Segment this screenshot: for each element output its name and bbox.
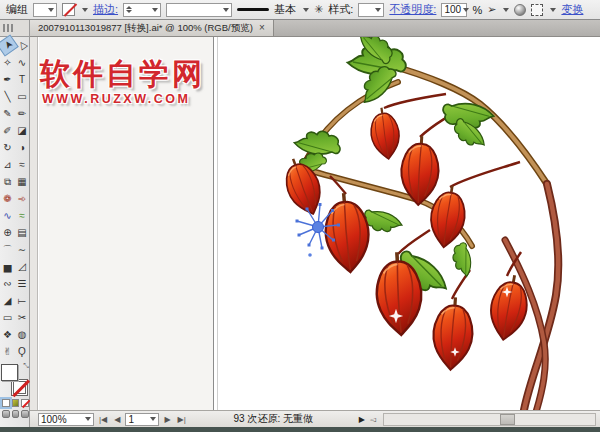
chevron-down-icon [150, 417, 156, 421]
horizontal-scrollbar-thumb[interactable] [500, 414, 515, 425]
free-transform-tool[interactable]: ⧉ [0, 173, 15, 190]
toolbox-header [0, 20, 30, 37]
opacity-panel-link[interactable]: 不透明度: [389, 2, 436, 17]
toolbox-tools: ➤▷✧∿✒T╲▭✎✏✐◪↻◑⊿≈⧉▦❁➾∿≈⊕▤⌒∼▅◿∾☰◢⟝▭✂❖◍✌Ϙ [0, 37, 29, 360]
stroke-swatch[interactable] [11, 379, 28, 396]
artboard-tool[interactable]: ⊕ [0, 224, 15, 241]
control-bar: 编组 描边: 基本 ✳ 样式: 不透明度: 100 % ➢ 变换 [0, 0, 600, 20]
lasso-tool[interactable]: ∿ [15, 54, 29, 71]
align-panel-icon[interactable] [531, 4, 543, 16]
symbol-shifter-tool[interactable]: ➾ [15, 190, 29, 207]
gradient-tool[interactable]: ▤ [15, 224, 29, 241]
reflect-tool[interactable]: ◑ [15, 139, 29, 156]
eyedropper-tool[interactable]: ◢ [0, 292, 15, 309]
scissors-tool[interactable]: ✂ [15, 309, 29, 326]
screen-mode-normal-button[interactable] [2, 410, 10, 418]
scale-tool[interactable]: ⊿ [0, 156, 15, 173]
screen-mode-menu-button[interactable] [12, 410, 20, 418]
type-tool[interactable]: T [15, 71, 29, 88]
rectangle-tool[interactable]: ▭ [15, 88, 29, 105]
transform-panel-link[interactable]: 变换 [561, 2, 583, 17]
fill-swatch[interactable] [1, 364, 18, 381]
graph-line-tool[interactable]: ∿ [0, 207, 15, 224]
line-segment-tool[interactable]: ╲ [0, 88, 15, 105]
wave-tool[interactable]: ∼ [15, 241, 29, 258]
chevron-down-icon [85, 417, 91, 421]
shear-tool[interactable]: ◿ [15, 258, 29, 275]
mesh-tool[interactable]: ▦ [15, 173, 29, 190]
last-artboard-button[interactable]: ▶| [176, 415, 188, 424]
rotate-tool[interactable]: ↻ [0, 139, 15, 156]
zoom-tool[interactable]: Ϙ [15, 343, 29, 360]
scroll-left-button[interactable]: ◅ [368, 415, 378, 424]
smooth-tool[interactable]: ✐ [0, 122, 15, 139]
measure-tool[interactable]: ⟝ [15, 292, 29, 309]
graph-wave-tool[interactable]: ≈ [15, 207, 29, 224]
document-title: 2007910113019877 [转换].ai* @ 100% (RGB/预览… [38, 22, 253, 35]
brush-definition-dropdown[interactable]: 基本 [274, 2, 296, 17]
artboard-number-dropdown[interactable]: 1 [125, 413, 159, 426]
zoom-level-dropdown[interactable]: 100% [38, 413, 94, 426]
next-artboard-button[interactable]: ▶ [162, 415, 172, 424]
chevron-down-icon[interactable] [503, 8, 509, 12]
basic-appearance-icon[interactable]: ✳ [314, 3, 323, 16]
warp-banner-tool[interactable]: ⌒ [0, 241, 15, 258]
pencil-tool[interactable]: ✏ [15, 105, 29, 122]
stroke-weight-dropdown[interactable] [123, 3, 161, 17]
recolor-artwork-icon[interactable] [514, 4, 526, 16]
paintbrush-tool[interactable]: ✎ [0, 105, 15, 122]
chevron-down-icon [463, 8, 469, 12]
chevron-down-icon[interactable] [303, 8, 309, 12]
brush-stroke-preview-icon [237, 8, 269, 11]
fill-color-dropdown[interactable] [33, 3, 57, 17]
gradient-mode-button[interactable] [12, 399, 20, 407]
status-flyout-icon[interactable]: ▶ [359, 415, 365, 424]
chevron-down-icon[interactable] [82, 8, 88, 12]
document-tab[interactable]: 2007910113019877 [转换].ai* @ 100% (RGB/预览… [30, 20, 274, 36]
style-label: 样式: [328, 2, 353, 17]
color-mode-button[interactable] [2, 399, 10, 407]
eraser-tool[interactable]: ◪ [15, 122, 29, 139]
hand-tool[interactable]: ✌ [0, 343, 15, 360]
opacity-percent-label: % [472, 4, 482, 16]
swap-fill-stroke-icon[interactable]: ⤡ [23, 362, 29, 370]
selection-type-label: 编组 [6, 2, 28, 17]
chevron-down-icon [48, 8, 54, 12]
paint-mode-row [2, 399, 29, 407]
stroke-weight-stepper[interactable] [126, 6, 132, 13]
horizontal-scrollbar[interactable] [383, 413, 596, 426]
first-artboard-button[interactable]: |◀ [97, 415, 109, 424]
undo-status-text: 93 次还原: 无重做 [191, 412, 356, 426]
toolbox: ➤▷✧∿✒T╲▭✎✏✐◪↻◑⊿≈⧉▦❁➾∿≈⊕▤⌒∼▅◿∾☰◢⟝▭✂❖◍✌Ϙ ⤡ [0, 37, 30, 427]
chevron-down-icon [375, 8, 381, 12]
chevron-down-icon[interactable] [550, 8, 556, 12]
fill-stroke-widget: ⤡ [1, 364, 29, 396]
live-paint-tool[interactable]: ◍ [15, 326, 29, 343]
none-mode-button[interactable] [21, 399, 29, 407]
magic-wand-tool[interactable]: ✧ [0, 54, 15, 71]
window-bottom-edge [0, 427, 600, 432]
opacity-input[interactable]: 100 [441, 3, 467, 17]
width-profile-dropdown[interactable] [166, 3, 232, 17]
previous-artboard-button[interactable]: ◀ [112, 415, 122, 424]
stroke-none-swatch-icon[interactable] [62, 3, 75, 16]
chevron-down-icon [152, 8, 158, 12]
document-tab-bar: 2007910113019877 [转换].ai* @ 100% (RGB/预览… [30, 20, 600, 37]
screen-mode-full-button[interactable] [21, 410, 29, 418]
document-canvas[interactable]: 软件自学网 WWW.RUZXW.COM [30, 37, 600, 410]
graphic-style-dropdown[interactable] [358, 3, 384, 17]
select-similar-icon[interactable]: ➢ [487, 3, 496, 16]
scribble-tool[interactable]: ∾ [0, 275, 15, 292]
stroke-panel-link[interactable]: 描边: [93, 2, 118, 17]
symbol-sprayer-tool[interactable]: ❁ [0, 190, 15, 207]
blend-tool[interactable]: ❖ [0, 326, 15, 343]
lantern-plant-artwork [30, 37, 600, 410]
column-graph-tool[interactable]: ▅ [0, 258, 15, 275]
pen-tool[interactable]: ✒ [0, 71, 15, 88]
paragraph-tool[interactable]: ☰ [15, 275, 29, 292]
toolbox-grip[interactable] [3, 24, 13, 32]
close-icon[interactable]: × [259, 23, 265, 33]
warp-tool[interactable]: ≈ [15, 156, 29, 173]
slice-tool[interactable]: ▭ [0, 309, 15, 326]
screen-mode-row [2, 410, 29, 418]
